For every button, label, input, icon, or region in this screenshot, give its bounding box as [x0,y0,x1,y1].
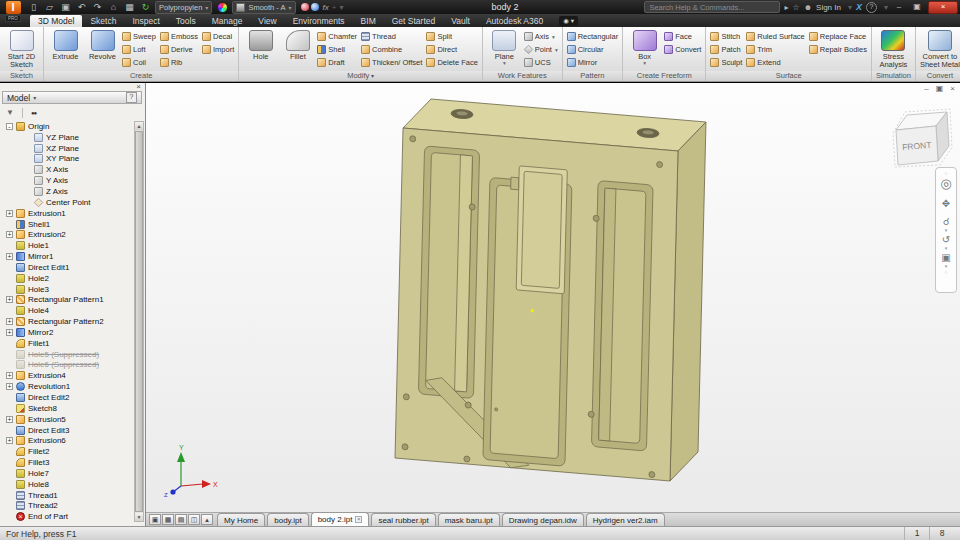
ribbon-small-button[interactable]: Rectangular [566,30,619,43]
ribbon-small-button[interactable]: Mirror [566,56,619,69]
ribbon-big-button[interactable]: Plane [486,28,523,72]
tab-close-icon[interactable]: × [355,516,362,523]
ribbon-small-button[interactable]: Decal [201,30,235,43]
tree-expand-toggle[interactable]: + [6,383,13,390]
help-icon[interactable]: ? [866,2,877,13]
tree-item[interactable]: + Mirror1 [2,251,132,262]
ribbon-small-button[interactable]: Stitch [709,30,743,43]
favorites-star-icon[interactable]: ☆ [792,2,799,13]
ribbon-small-button[interactable]: Thread [360,30,423,43]
qat-icon[interactable]: ↻ [140,1,151,13]
tree-item[interactable]: Fillet3 [2,457,132,468]
document-tab[interactable]: seal rubber.ipt × [371,513,435,526]
ribbon-small-button[interactable]: Direct [425,43,478,56]
qat-icon[interactable]: ▦ [124,1,135,13]
ribbon-tab[interactable]: Inspect [124,15,167,27]
qat-icon[interactable]: ⌂ [108,1,119,13]
tree-expand-toggle[interactable]: + [6,318,13,325]
doc-minimize-button[interactable]: – [924,84,928,93]
tree-item[interactable]: + Revolution1 [2,381,132,392]
tree-item[interactable]: Direct Edit3 [2,425,132,436]
ribbon-small-button[interactable]: Delete Face [425,56,478,69]
app-exchange-icon[interactable]: X [856,2,862,12]
ribbon-small-button[interactable]: Combine [360,43,423,56]
tree-expand-toggle[interactable]: - [6,123,13,130]
tree-item[interactable]: Y Axis [2,175,132,186]
tree-item[interactable]: Hole5 (Suppressed) [2,349,132,360]
tree-item[interactable]: + Extrusion2 [2,229,132,240]
scrollbar-thumb[interactable] [135,131,143,512]
chevron-down-icon[interactable]: ▾ [848,3,852,12]
nav-tool-icon[interactable]: ✥ [942,198,950,210]
ribbon-big-button[interactable]: Revolve [84,28,121,72]
ribbon-small-button[interactable]: Emboss [159,30,199,43]
ribbon-small-button[interactable]: Chamfer [316,30,358,43]
tree-item[interactable]: Hole1 [2,240,132,251]
tree-item[interactable]: Hole8 [2,479,132,490]
scroll-down-arrow[interactable]: ▼ [135,513,143,521]
chevron-down-icon[interactable]: ▾ [945,246,948,251]
ribbon-tab[interactable]: Environments [285,15,353,27]
ribbon-small-button[interactable]: Extend [745,56,806,69]
window-arrange-button[interactable]: ◫ [188,514,200,525]
ribbon-small-button[interactable]: Trim [745,43,806,56]
group-label-modify[interactable]: Modify [239,71,482,81]
tree-expand-toggle[interactable]: + [6,210,13,217]
tree-expand-toggle[interactable]: + [6,329,13,336]
tree-item[interactable]: Fillet2 [2,446,132,457]
document-tab[interactable]: body 2.ipt × [311,512,370,526]
ribbon-small-button[interactable]: Split [425,30,478,43]
ribbon-big-button[interactable]: Box [626,28,663,72]
ribbon-small-button[interactable]: Sculpt [709,56,743,69]
ribbon-big-button[interactable]: Start 2D Sketch [3,28,40,72]
material-dropdown[interactable]: Polypropylen ▾ [155,1,212,14]
ribbon-small-button[interactable]: Replace Face [808,30,868,43]
document-tab[interactable]: Drawing depan.idw × [502,513,584,526]
tree-item[interactable]: Hole3 [2,284,132,295]
window-arrange-button[interactable]: ▴ [201,514,213,525]
ribbon-small-button[interactable]: Derive [159,43,199,56]
color-wheel-icon[interactable] [217,2,228,13]
help-search-input[interactable] [644,1,780,13]
qat-icon[interactable]: ▣ [60,1,71,13]
doc-restore-button[interactable]: ▣ [936,84,944,93]
graphics-viewport[interactable]: FRONT Y X Z – ▣ × ○ [146,83,960,512]
ribbon-tab[interactable]: Tools [168,15,204,27]
ribbon-tab[interactable]: Manage [204,15,251,27]
nav-tool-icon[interactable]: ◎ [940,176,951,192]
work-point[interactable] [531,309,534,312]
tree-item[interactable]: Center Point [2,197,132,208]
tree-expand-toggle[interactable]: + [6,231,13,238]
panel-close-icon[interactable]: × [136,82,141,91]
ribbon-small-button[interactable]: Draft [316,56,358,69]
viewcube[interactable]: FRONT [893,109,952,167]
doc-close-button[interactable]: × [950,84,955,93]
tree-item[interactable]: X Axis [2,164,132,175]
tree-item[interactable]: Fillet1 [2,338,132,349]
tree-item[interactable]: Thread1 [2,490,132,501]
qat-icon[interactable]: ↶ [76,1,87,13]
screencast-button[interactable]: ◉ ▾ [559,16,578,26]
tree-item[interactable]: XY Plane [2,154,132,165]
document-tab[interactable]: Hydrigen ver2.iam × [586,513,665,526]
ribbon-big-button[interactable]: Stress Analysis [875,28,912,72]
ribbon-tab[interactable]: Sketch [82,15,124,27]
inventor-logo[interactable]: I PRO [3,1,23,25]
search-binoculars-icon[interactable]: ●● [31,110,36,116]
ribbon-small-button[interactable]: Point [523,43,559,56]
ribbon-small-button[interactable]: Face [663,30,702,43]
window-arrange-button[interactable]: ▦ [162,514,174,525]
navbar-customize-dot[interactable]: ○ [944,269,947,275]
tree-item[interactable]: End of Part [2,511,132,522]
tree-expand-toggle[interactable]: + [6,416,13,423]
ribbon-tab[interactable]: BIM [353,15,384,27]
tree-item[interactable]: Shell1 [2,219,132,230]
tree-item[interactable]: + Extrusion5 [2,414,132,425]
tree-item[interactable]: + Rectangular Pattern2 [2,316,132,327]
ribbon-small-button[interactable]: Ruled Surface [745,30,806,43]
document-tab[interactable]: My Home × [217,513,265,526]
tree-item[interactable]: + Extrusion6 [2,435,132,446]
ribbon-tab[interactable]: View [250,15,284,27]
tree-item[interactable]: Sketch8 [2,403,132,414]
window-arrange-button[interactable]: ▣ [149,514,161,525]
